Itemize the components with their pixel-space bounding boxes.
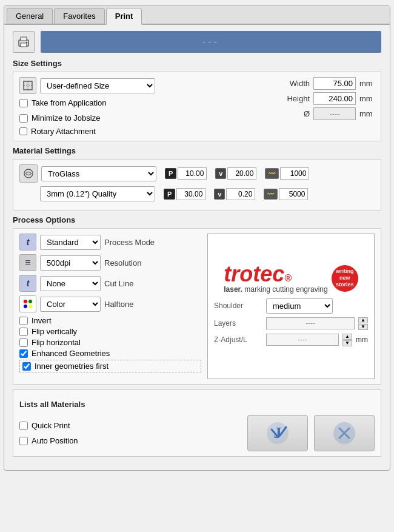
height-input[interactable] <box>313 92 356 105</box>
quick-print-row: Quick Print <box>19 421 78 430</box>
cut-line-label: Cut Line <box>104 279 159 288</box>
flip-v-row: Flip vertically <box>19 327 201 336</box>
trotec-tagline: laser. marking cutting engraving <box>224 285 327 294</box>
zadjust-input[interactable] <box>266 334 339 346</box>
freq-badge-1: 〰 <box>265 167 309 180</box>
width-input[interactable] <box>313 77 356 90</box>
p-value-2[interactable] <box>176 188 205 200</box>
layers-spin-up[interactable]: ▲ <box>358 317 368 323</box>
size-icon <box>19 77 36 94</box>
ok-button[interactable]: J <box>247 415 308 451</box>
svg-rect-4 <box>24 81 32 90</box>
minimize-jobsize-checkbox[interactable] <box>19 114 28 123</box>
zadjust-spin-up[interactable]: ▲ <box>342 334 352 340</box>
v-value-1[interactable] <box>227 167 256 180</box>
dot-red <box>24 300 27 303</box>
inner-geo-row: Inner geometries first <box>19 360 201 372</box>
zadjust-label: Z-Adjust/L <box>214 335 262 344</box>
cancel-button[interactable] <box>314 415 375 451</box>
flip-v-checkbox[interactable] <box>19 328 28 336</box>
lists-all-materials-header: Lists all Materials <box>19 400 375 409</box>
auto-position-row: Auto Position <box>19 436 78 445</box>
material-row1: TroGlass Wood Acrylic Metal P v 〰 <box>19 164 375 183</box>
diameter-unit: mm <box>359 109 375 118</box>
v-value-2[interactable] <box>226 188 255 200</box>
main-content: --- Size Settings <box>4 25 390 470</box>
rotary-label: Rotary Attachment <box>31 127 96 136</box>
auto-position-checkbox[interactable] <box>19 437 28 445</box>
trotec-badge: writingnewstories <box>332 265 358 292</box>
freq-label-1: 〰 <box>265 168 279 179</box>
take-from-app-row: Take from Application <box>19 98 155 107</box>
freq-value-2[interactable] <box>279 188 308 200</box>
tab-favorites[interactable]: Favorites <box>54 8 104 24</box>
halftone-icon <box>19 295 36 312</box>
material-row2: 3mm (0.12") Quality 1mm Quality 6mm Qual… <box>19 186 375 201</box>
flip-h-checkbox[interactable] <box>19 338 28 347</box>
quick-print-label: Quick Print <box>32 421 70 430</box>
enhanced-geo-checkbox[interactable] <box>19 349 28 358</box>
shoulder-label: Shoulder <box>214 301 262 310</box>
take-from-app-checkbox[interactable] <box>19 99 28 107</box>
shoulder-dropdown[interactable]: medium soft hard <box>266 298 333 314</box>
layers-input[interactable] <box>266 317 355 329</box>
process-checkboxes: Invert Flip vertically Flip horizontal <box>19 316 201 372</box>
minimize-jobsize-label: Minimize to Jobsize <box>32 113 100 123</box>
freq-value-1[interactable] <box>280 167 309 180</box>
zadjust-spinner: ▲ ▼ <box>342 334 352 346</box>
rotary-checkbox[interactable] <box>19 127 27 135</box>
layers-spinner: ▲ ▼ <box>358 317 368 330</box>
diameter-input[interactable] <box>313 107 356 120</box>
zadjust-row: Z-Adjust/L ▲ ▼ mm <box>214 334 368 346</box>
layers-spin-down[interactable]: ▼ <box>358 324 368 330</box>
v-badge-1: v <box>215 167 256 180</box>
v-label-1: v <box>215 168 226 179</box>
flip-v-label: Flip vertically <box>32 327 77 336</box>
size-settings-header: Size Settings <box>13 59 381 68</box>
invert-checkbox[interactable] <box>19 317 28 325</box>
cut-line-dropdown[interactable]: None Red Blue <box>40 276 101 291</box>
resolution-dropdown[interactable]: 500dpi 250dpi 1000dpi <box>40 255 101 271</box>
zadjust-spin-down[interactable]: ▼ <box>342 340 352 346</box>
trotec-logo: trotec® laser. marking cutting engraving <box>224 263 327 294</box>
quick-print-checkbox[interactable] <box>19 422 28 430</box>
v-badge-2: v <box>214 188 255 200</box>
size-dropdown[interactable]: User-defined Size A4 A3 Letter <box>40 78 155 93</box>
quality-dropdown[interactable]: 3mm (0.12") Quality 1mm Quality 6mm Qual… <box>40 186 155 201</box>
layers-label: Layers <box>214 319 262 328</box>
process-options-header: Process Options <box>13 215 381 224</box>
inner-geo-checkbox[interactable] <box>22 362 31 371</box>
enhanced-geo-label: Enhanced Geometries <box>32 349 110 358</box>
take-from-app-label: Take from Application <box>32 98 107 107</box>
bottom-area: Lists all Materials Quick Print Auto Pos… <box>13 389 381 457</box>
p-value-1[interactable] <box>178 167 207 180</box>
tab-general[interactable]: General <box>7 8 53 24</box>
halftone-dropdown[interactable]: Color Grayscale B&W <box>40 297 101 312</box>
freq-badge-2: 〰 <box>264 188 308 200</box>
process-mode-dropdown[interactable]: Standard Engrave Cut Pen <box>40 235 101 250</box>
minimize-jobsize-row: Minimize to Jobsize <box>19 113 155 123</box>
svg-rect-2 <box>21 43 27 47</box>
material-settings-header: Material Settings <box>13 146 381 155</box>
tab-bar: General Favorites Print <box>4 5 390 25</box>
material-dropdown[interactable]: TroGlass Wood Acrylic Metal <box>41 166 156 181</box>
resolution-label: Resolution <box>104 258 159 268</box>
flip-h-row: Flip horizontal <box>19 338 201 347</box>
tab-print[interactable]: Print <box>106 8 142 25</box>
material-settings-panel: TroGlass Wood Acrylic Metal P v 〰 <box>13 159 381 210</box>
trotec-symbol: ® <box>284 273 292 283</box>
width-label: Width <box>279 79 310 88</box>
flip-h-label: Flip horizontal <box>32 338 81 347</box>
inner-geo-label: Inner geometries first <box>35 362 109 371</box>
top-row: --- <box>13 31 381 53</box>
size-settings-panel: User-defined Size A4 A3 Letter Take from… <box>13 72 381 141</box>
width-unit: mm <box>359 79 375 88</box>
bottom-checkboxes: Quick Print Auto Position <box>19 419 78 447</box>
height-unit: mm <box>359 94 375 103</box>
shoulder-row: Shoulder medium soft hard <box>214 298 368 314</box>
p-badge-1: P <box>165 167 207 180</box>
diameter-row: Ø mm <box>279 107 375 120</box>
halftone-row: Color Grayscale B&W Halftone <box>19 295 201 312</box>
zadjust-unit: mm <box>356 335 368 344</box>
dot-green <box>28 300 32 303</box>
